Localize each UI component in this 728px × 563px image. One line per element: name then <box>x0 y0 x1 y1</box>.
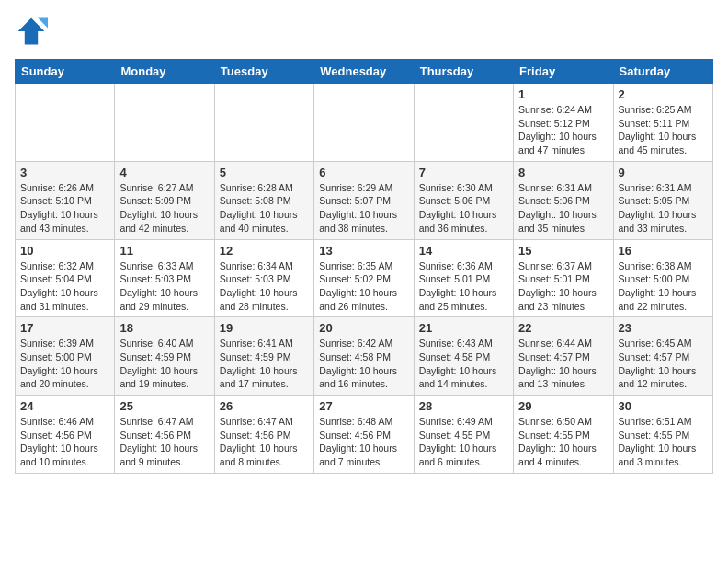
day-number: 15 <box>518 244 608 258</box>
day-number: 3 <box>20 166 109 179</box>
day-info: Sunrise: 6:47 AM Sunset: 4:56 PM Dayligh… <box>220 415 309 469</box>
calendar-header-row: SundayMondayTuesdayWednesdayThursdayFrid… <box>16 60 713 84</box>
day-number: 8 <box>518 166 608 179</box>
day-number: 18 <box>119 321 209 335</box>
day-number: 27 <box>319 399 408 413</box>
day-number: 4 <box>119 166 209 179</box>
day-number: 16 <box>619 244 708 258</box>
calendar-header-saturday: Saturday <box>613 60 712 84</box>
calendar-week-4: 17Sunrise: 6:39 AM Sunset: 5:00 PM Dayli… <box>16 317 713 396</box>
calendar-cell: 26Sunrise: 6:47 AM Sunset: 4:56 PM Dayli… <box>214 396 313 474</box>
day-number: 23 <box>619 321 708 335</box>
day-number: 1 <box>518 87 608 101</box>
calendar-cell: 29Sunrise: 6:50 AM Sunset: 4:55 PM Dayli… <box>514 396 613 474</box>
day-info: Sunrise: 6:28 AM Sunset: 5:08 PM Dayligh… <box>220 181 309 236</box>
day-info: Sunrise: 6:24 AM Sunset: 5:12 PM Dayligh… <box>518 103 608 157</box>
calendar-cell <box>414 84 513 162</box>
calendar-cell: 21Sunrise: 6:43 AM Sunset: 4:58 PM Dayli… <box>414 317 513 396</box>
day-number: 5 <box>220 166 309 179</box>
calendar-cell: 24Sunrise: 6:46 AM Sunset: 4:56 PM Dayli… <box>16 396 115 474</box>
calendar-week-3: 10Sunrise: 6:32 AM Sunset: 5:04 PM Dayli… <box>16 239 713 317</box>
day-info: Sunrise: 6:25 AM Sunset: 5:11 PM Dayligh… <box>619 103 708 157</box>
calendar-cell: 3Sunrise: 6:26 AM Sunset: 5:10 PM Daylig… <box>16 161 115 239</box>
calendar-cell: 23Sunrise: 6:45 AM Sunset: 4:57 PM Dayli… <box>613 317 712 396</box>
page-header <box>15 15 713 48</box>
calendar-week-1: 1Sunrise: 6:24 AM Sunset: 5:12 PM Daylig… <box>16 84 713 162</box>
calendar-header-tuesday: Tuesday <box>214 60 313 84</box>
day-info: Sunrise: 6:40 AM Sunset: 4:59 PM Dayligh… <box>119 337 209 391</box>
calendar-cell: 25Sunrise: 6:47 AM Sunset: 4:56 PM Dayli… <box>115 396 214 474</box>
day-info: Sunrise: 6:34 AM Sunset: 5:03 PM Dayligh… <box>220 259 309 314</box>
calendar-week-2: 3Sunrise: 6:26 AM Sunset: 5:10 PM Daylig… <box>16 161 713 239</box>
day-info: Sunrise: 6:39 AM Sunset: 5:00 PM Dayligh… <box>20 337 109 391</box>
calendar-cell: 9Sunrise: 6:31 AM Sunset: 5:05 PM Daylig… <box>613 161 712 239</box>
calendar-cell: 28Sunrise: 6:49 AM Sunset: 4:55 PM Dayli… <box>414 396 513 474</box>
day-info: Sunrise: 6:44 AM Sunset: 4:57 PM Dayligh… <box>518 337 608 391</box>
day-number: 7 <box>419 166 508 179</box>
day-info: Sunrise: 6:38 AM Sunset: 5:00 PM Dayligh… <box>619 259 708 314</box>
calendar-cell: 16Sunrise: 6:38 AM Sunset: 5:00 PM Dayli… <box>613 239 712 317</box>
day-info: Sunrise: 6:37 AM Sunset: 5:01 PM Dayligh… <box>518 259 608 314</box>
calendar-cell: 1Sunrise: 6:24 AM Sunset: 5:12 PM Daylig… <box>514 84 613 162</box>
day-number: 20 <box>319 321 408 335</box>
day-info: Sunrise: 6:32 AM Sunset: 5:04 PM Dayligh… <box>20 259 109 314</box>
day-number: 25 <box>119 399 209 413</box>
day-info: Sunrise: 6:41 AM Sunset: 4:59 PM Dayligh… <box>220 337 309 391</box>
day-info: Sunrise: 6:30 AM Sunset: 5:06 PM Dayligh… <box>419 181 508 236</box>
calendar-cell: 11Sunrise: 6:33 AM Sunset: 5:03 PM Dayli… <box>115 239 214 317</box>
calendar-cell: 5Sunrise: 6:28 AM Sunset: 5:08 PM Daylig… <box>214 161 313 239</box>
day-info: Sunrise: 6:29 AM Sunset: 5:07 PM Dayligh… <box>319 181 408 236</box>
calendar-header-monday: Monday <box>115 60 214 84</box>
calendar-header-sunday: Sunday <box>16 60 115 84</box>
day-info: Sunrise: 6:51 AM Sunset: 4:55 PM Dayligh… <box>619 415 708 469</box>
day-number: 13 <box>319 244 408 258</box>
day-number: 30 <box>619 399 708 413</box>
day-number: 26 <box>220 399 309 413</box>
day-number: 28 <box>419 399 508 413</box>
day-info: Sunrise: 6:31 AM Sunset: 5:06 PM Dayligh… <box>518 181 608 236</box>
day-number: 9 <box>619 166 708 179</box>
calendar-cell: 12Sunrise: 6:34 AM Sunset: 5:03 PM Dayli… <box>214 239 313 317</box>
day-info: Sunrise: 6:46 AM Sunset: 4:56 PM Dayligh… <box>20 415 109 469</box>
day-info: Sunrise: 6:26 AM Sunset: 5:10 PM Dayligh… <box>20 181 109 236</box>
day-number: 22 <box>518 321 608 335</box>
logo <box>15 15 51 48</box>
day-number: 10 <box>20 244 109 258</box>
calendar-cell: 8Sunrise: 6:31 AM Sunset: 5:06 PM Daylig… <box>514 161 613 239</box>
calendar-header-wednesday: Wednesday <box>314 60 414 84</box>
day-number: 19 <box>220 321 309 335</box>
day-number: 29 <box>518 399 608 413</box>
day-info: Sunrise: 6:43 AM Sunset: 4:58 PM Dayligh… <box>419 337 508 391</box>
day-number: 17 <box>20 321 109 335</box>
calendar-cell: 17Sunrise: 6:39 AM Sunset: 5:00 PM Dayli… <box>16 317 115 396</box>
logo-icon <box>15 15 48 48</box>
calendar-cell: 13Sunrise: 6:35 AM Sunset: 5:02 PM Dayli… <box>314 239 414 317</box>
calendar-cell: 2Sunrise: 6:25 AM Sunset: 5:11 PM Daylig… <box>613 84 712 162</box>
calendar-cell <box>214 84 313 162</box>
calendar-week-5: 24Sunrise: 6:46 AM Sunset: 4:56 PM Dayli… <box>16 396 713 474</box>
day-number: 24 <box>20 399 109 413</box>
day-info: Sunrise: 6:45 AM Sunset: 4:57 PM Dayligh… <box>619 337 708 391</box>
day-info: Sunrise: 6:36 AM Sunset: 5:01 PM Dayligh… <box>419 259 508 314</box>
day-info: Sunrise: 6:33 AM Sunset: 5:03 PM Dayligh… <box>119 259 209 314</box>
calendar-cell: 19Sunrise: 6:41 AM Sunset: 4:59 PM Dayli… <box>214 317 313 396</box>
day-info: Sunrise: 6:50 AM Sunset: 4:55 PM Dayligh… <box>518 415 608 469</box>
day-number: 14 <box>419 244 508 258</box>
day-info: Sunrise: 6:27 AM Sunset: 5:09 PM Dayligh… <box>119 181 209 236</box>
calendar-cell: 22Sunrise: 6:44 AM Sunset: 4:57 PM Dayli… <box>514 317 613 396</box>
calendar-cell: 20Sunrise: 6:42 AM Sunset: 4:58 PM Dayli… <box>314 317 414 396</box>
calendar-cell <box>16 84 115 162</box>
calendar-cell: 18Sunrise: 6:40 AM Sunset: 4:59 PM Dayli… <box>115 317 214 396</box>
calendar-cell: 10Sunrise: 6:32 AM Sunset: 5:04 PM Dayli… <box>16 239 115 317</box>
calendar-cell: 14Sunrise: 6:36 AM Sunset: 5:01 PM Dayli… <box>414 239 513 317</box>
day-info: Sunrise: 6:35 AM Sunset: 5:02 PM Dayligh… <box>319 259 408 314</box>
calendar-header-friday: Friday <box>514 60 613 84</box>
calendar-cell: 7Sunrise: 6:30 AM Sunset: 5:06 PM Daylig… <box>414 161 513 239</box>
calendar-cell: 6Sunrise: 6:29 AM Sunset: 5:07 PM Daylig… <box>314 161 414 239</box>
calendar-cell: 15Sunrise: 6:37 AM Sunset: 5:01 PM Dayli… <box>514 239 613 317</box>
day-info: Sunrise: 6:48 AM Sunset: 4:56 PM Dayligh… <box>319 415 408 469</box>
calendar-cell: 27Sunrise: 6:48 AM Sunset: 4:56 PM Dayli… <box>314 396 414 474</box>
day-number: 6 <box>319 166 408 179</box>
svg-marker-0 <box>18 18 45 45</box>
calendar-cell: 30Sunrise: 6:51 AM Sunset: 4:55 PM Dayli… <box>613 396 712 474</box>
